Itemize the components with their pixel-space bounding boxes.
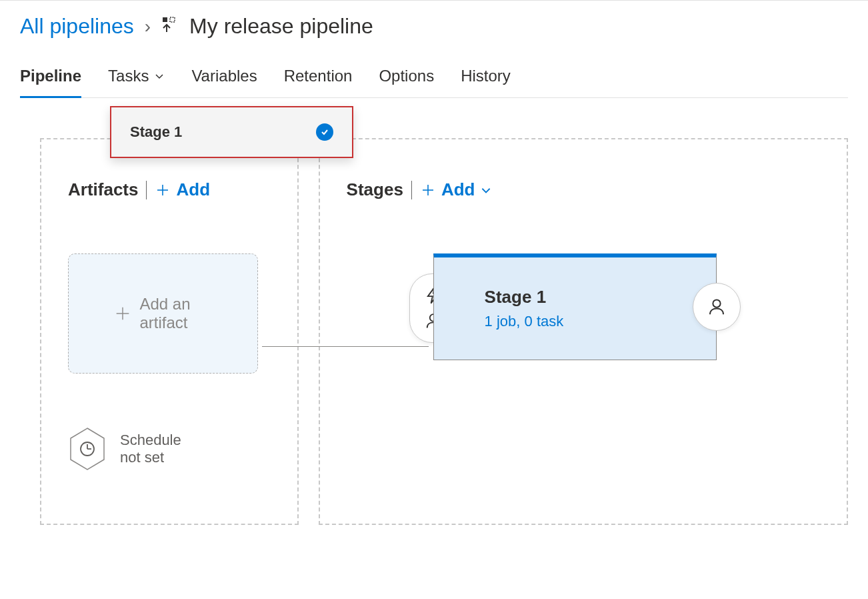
chevron-down-icon	[154, 71, 165, 81]
post-deployment-conditions-button[interactable]	[693, 283, 741, 331]
stage-card[interactable]: Stage 1 1 job, 0 task	[433, 253, 717, 360]
schedule-hex-icon	[68, 427, 107, 471]
plus-icon	[155, 182, 171, 198]
canvas: Stage 1 Artifacts Add Add an artifact	[0, 98, 868, 545]
plus-icon	[113, 304, 132, 323]
chevron-down-icon	[480, 184, 492, 196]
chevron-right-icon: ›	[145, 16, 151, 37]
artifacts-panel-header: Artifacts Add	[68, 179, 271, 200]
person-icon	[707, 297, 727, 317]
tab-variables[interactable]: Variables	[191, 67, 257, 97]
add-stage-button[interactable]: Add	[420, 179, 493, 200]
add-artifact-label: Add	[176, 179, 210, 200]
add-stage-label: Add	[441, 179, 475, 200]
svg-rect-0	[163, 17, 167, 22]
tab-bar: Pipeline Tasks Variables Retention Optio…	[20, 67, 848, 98]
tab-tasks[interactable]: Tasks	[108, 67, 165, 97]
divider	[146, 181, 147, 199]
stages-panel-header: Stages Add	[347, 179, 820, 200]
artifacts-title: Artifacts	[68, 179, 138, 200]
tasks-dropdown-item[interactable]: Stage 1	[110, 106, 353, 158]
page-header: All pipelines › My release pipeline Pipe…	[0, 0, 868, 98]
stage-card-title: Stage 1	[485, 287, 564, 308]
divider	[411, 181, 412, 199]
tab-history[interactable]: History	[461, 67, 511, 97]
stage-connector-line	[262, 346, 429, 347]
tab-tasks-label: Tasks	[108, 67, 149, 85]
add-artifact-button[interactable]: Add	[155, 179, 210, 200]
stages-panel: Stages Add Stage 1 1 job, 0 task	[319, 138, 848, 525]
add-artifact-placeholder-label: Add an artifact	[140, 295, 213, 332]
stages-title: Stages	[347, 179, 403, 200]
breadcrumb-root-link[interactable]: All pipelines	[20, 14, 134, 39]
pipeline-type-icon	[161, 14, 179, 39]
check-circle-icon	[316, 123, 333, 141]
tab-retention[interactable]: Retention	[284, 67, 353, 97]
schedule-row[interactable]: Schedule not set	[68, 427, 271, 471]
add-artifact-placeholder[interactable]: Add an artifact	[68, 253, 258, 374]
artifacts-panel: Artifacts Add Add an artifact	[40, 138, 299, 525]
breadcrumb: All pipelines › My release pipeline	[20, 14, 848, 39]
svg-point-14	[713, 300, 720, 307]
schedule-label: Schedule not set	[120, 432, 193, 466]
tab-options[interactable]: Options	[379, 67, 434, 97]
plus-icon	[420, 182, 436, 198]
tab-pipeline[interactable]: Pipeline	[20, 67, 81, 97]
tasks-dropdown-stage-label: Stage 1	[130, 123, 182, 141]
page-title: My release pipeline	[189, 14, 373, 39]
stage-tasks-link[interactable]: 1 job, 0 task	[485, 313, 564, 330]
svg-rect-1	[170, 17, 175, 22]
stage-card-wrap: Stage 1 1 job, 0 task	[433, 253, 717, 360]
